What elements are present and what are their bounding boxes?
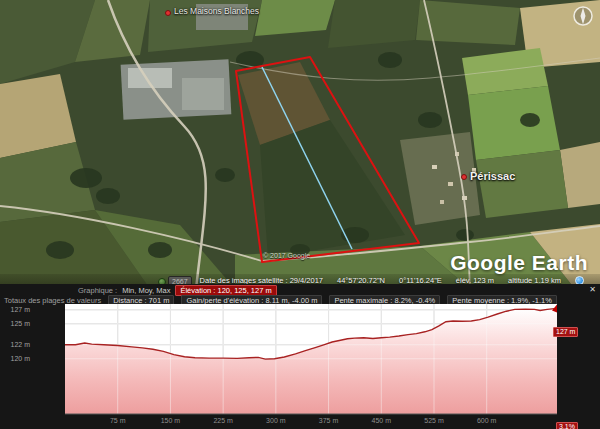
svg-text:450 m: 450 m [372, 417, 392, 424]
stat-headers: Min, Moy, Max [122, 286, 170, 295]
svg-text:375 m: 375 m [319, 417, 339, 424]
svg-text:225 m: 225 m [213, 417, 233, 424]
svg-text:600 m: 600 m [477, 417, 497, 424]
svg-text:122 m: 122 m [11, 341, 31, 348]
svg-text:150 m: 150 m [161, 417, 181, 424]
elevation-chart[interactable]: 75 m150 m225 m300 m375 m450 m525 m600 m1… [0, 304, 600, 429]
google-earth-logo-text: Google Earth [450, 251, 588, 274]
compass-icon[interactable] [572, 5, 594, 27]
profile-header-row1: Graphique : Min, Moy, Max Élévation : 12… [78, 285, 277, 295]
elevation-profile-panel: Graphique : Min, Moy, Max Élévation : 12… [0, 284, 600, 429]
placemark-label-0[interactable]: Les Maisons Blanches [174, 6, 259, 16]
graph-label: Graphique : [78, 286, 117, 295]
measurement-overlay[interactable] [0, 0, 600, 289]
svg-text:120 m: 120 m [11, 355, 31, 362]
cursor-elevation-badge: 127 m [553, 327, 578, 337]
svg-text:125 m: 125 m [11, 320, 31, 327]
placemark-label-1[interactable]: Périssac [470, 170, 515, 182]
google-earth-logo: Google Earth [450, 251, 588, 275]
map-copyright: © 2017 Google [263, 252, 310, 259]
svg-text:300 m: 300 m [266, 417, 286, 424]
elevation-chart-svg[interactable]: 75 m150 m225 m300 m375 m450 m525 m600 m1… [0, 304, 600, 429]
svg-text:75 m: 75 m [110, 417, 126, 424]
svg-text:525 m: 525 m [424, 417, 444, 424]
close-icon[interactable]: ✕ [589, 285, 596, 294]
cursor-slope-badge: 3.1% [556, 422, 578, 429]
svg-text:127 m: 127 m [11, 306, 31, 313]
map-viewport[interactable]: Les Maisons Blanches Périssac © 2017 Goo… [0, 0, 600, 289]
elevation-stat-badge: Élévation : 120, 125, 127 m [175, 285, 276, 296]
google-earth-window: Les Maisons Blanches Périssac © 2017 Goo… [0, 0, 600, 429]
